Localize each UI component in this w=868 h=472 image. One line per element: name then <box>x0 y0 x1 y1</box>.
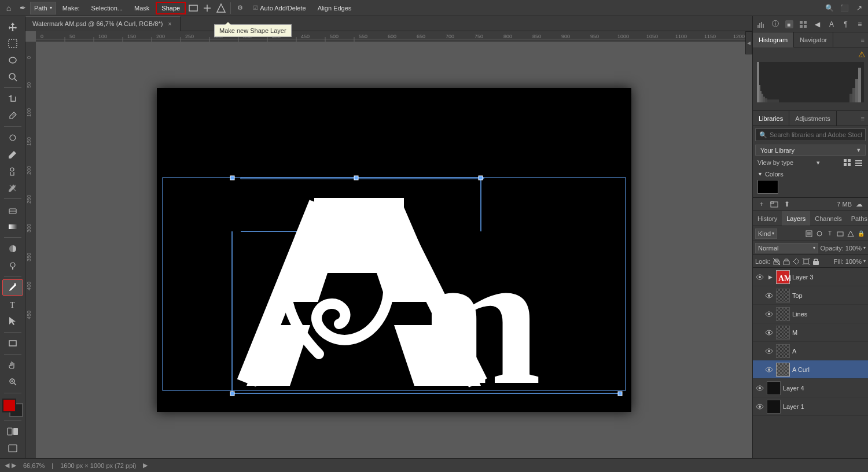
blur-tool[interactable] <box>2 241 23 256</box>
histogram-warning-icon[interactable]: ⚠ <box>858 50 866 59</box>
mask-button[interactable]: Mask <box>129 2 155 14</box>
grid-view-icon[interactable] <box>843 158 852 167</box>
quick-mask-icon[interactable] <box>2 423 23 439</box>
marquee-tool[interactable] <box>2 35 23 51</box>
zoom-level[interactable]: 66,67% <box>23 462 45 469</box>
filter-shape-icon[interactable] <box>836 229 845 238</box>
info-icon[interactable]: ⓘ <box>769 18 781 31</box>
tab-close-button[interactable]: × <box>166 20 173 27</box>
hand-tool[interactable] <box>2 357 23 373</box>
add-item-icon[interactable]: + <box>756 199 767 209</box>
history-brush-tool[interactable] <box>2 180 23 196</box>
selection-button[interactable]: Selection... <box>86 2 128 14</box>
lock-all-icon[interactable] <box>812 257 820 266</box>
layer-item-a[interactable]: A <box>753 342 868 360</box>
black-color-swatch[interactable] <box>757 180 778 194</box>
lock-transparent-icon[interactable] <box>773 257 781 266</box>
gradient-tool[interactable] <box>2 219 23 234</box>
shape-icon-1[interactable] <box>187 2 200 14</box>
colors-collapse-arrow[interactable]: ▼ <box>757 171 763 177</box>
shape-icon-2[interactable] <box>201 2 214 14</box>
filter-pixel-icon[interactable] <box>804 229 814 238</box>
filter-text-icon[interactable]: T <box>825 229 834 238</box>
shape-button[interactable]: Shape <box>156 2 186 14</box>
quick-select-tool[interactable] <box>2 69 23 84</box>
layer-item-acurl[interactable]: A Curl <box>753 360 868 379</box>
channels-tab[interactable]: Channels <box>810 211 846 226</box>
color-boxes[interactable] <box>2 399 23 417</box>
hist-panel-menu[interactable]: ≡ <box>858 36 868 43</box>
layer-visibility-lines[interactable] <box>764 309 774 319</box>
layer-visibility-top[interactable] <box>764 291 774 300</box>
import-icon[interactable]: ⬆ <box>782 199 792 209</box>
layer-visibility-layer4[interactable] <box>755 384 764 393</box>
share-icon[interactable]: ↗ <box>853 2 866 14</box>
histogram-tab[interactable]: Histogram <box>753 32 794 47</box>
layer-visibility-m[interactable] <box>764 328 774 337</box>
lock-artboard-icon[interactable] <box>802 257 810 266</box>
para-icon[interactable]: ¶ <box>840 18 851 31</box>
shape-icon-3[interactable] <box>215 2 227 14</box>
layer-item-layer1[interactable]: Layer 1 <box>753 397 868 416</box>
color-icon[interactable]: ■ <box>784 18 795 31</box>
lasso-tool[interactable] <box>2 52 23 68</box>
layers-tab[interactable]: Layers <box>782 211 810 226</box>
new-group-icon[interactable] <box>769 199 779 209</box>
filter-lock-icon[interactable]: 🔒 <box>856 229 866 238</box>
pen-tool[interactable] <box>2 279 23 295</box>
adjustments-tab[interactable]: Adjustments <box>789 111 837 126</box>
layer-item-top[interactable]: Top <box>753 286 868 305</box>
paths-tab[interactable]: Paths <box>847 211 868 226</box>
healing-tool[interactable] <box>2 130 23 145</box>
lock-image-icon[interactable] <box>782 257 790 266</box>
screen-mode-icon[interactable] <box>2 440 23 456</box>
layer-item-lines[interactable]: Lines <box>753 305 868 323</box>
your-library-dropdown[interactable]: Your Library ▾ <box>755 145 866 156</box>
zoom-tool[interactable] <box>2 374 23 390</box>
path-dropdown[interactable]: Path ▾ <box>30 2 56 14</box>
eyedropper-tool[interactable] <box>2 108 23 123</box>
blend-mode-dropdown[interactable]: Normal ▾ <box>755 243 818 253</box>
cloud-icon[interactable]: ☁ <box>854 199 865 209</box>
text-icon[interactable]: A <box>826 18 837 31</box>
list-view-icon[interactable] <box>854 158 863 167</box>
layers-list[interactable]: ▶ AM Layer 3 Top Lines <box>753 268 868 458</box>
status-info-arrow[interactable]: ▶ <box>143 462 148 469</box>
filter-type-dropdown[interactable]: Kind ▾ <box>755 228 777 239</box>
table-icon[interactable] <box>797 18 809 31</box>
status-arrows[interactable]: ◀▶ <box>5 462 16 469</box>
pen-tool-icon[interactable]: ✒ <box>16 2 29 14</box>
gear-icon[interactable]: ⚙ <box>234 2 247 14</box>
dodge-tool[interactable] <box>2 257 23 273</box>
filter-smart-icon[interactable] <box>846 229 855 238</box>
text-tool[interactable]: T <box>2 297 23 312</box>
layer-item-m[interactable]: M <box>753 323 868 342</box>
home-icon[interactable]: ⌂ <box>2 2 15 14</box>
artwork-canvas[interactable]: m <box>157 88 631 412</box>
search-top-icon[interactable]: 🔍 <box>823 2 836 14</box>
document-tab[interactable]: Watermark AM.psd @ 66,7% (A Curl, RGB/8*… <box>25 16 181 31</box>
panel-options[interactable]: ≡ <box>854 18 866 31</box>
layer-expand-layer3[interactable]: ▶ <box>767 274 774 281</box>
canvas-viewport[interactable]: m <box>36 42 752 458</box>
crop-tool[interactable] <box>2 91 23 106</box>
navigator-tab[interactable]: Navigator <box>794 32 833 47</box>
histogram-icon[interactable] <box>755 18 767 31</box>
arrange-icon[interactable]: ⬛ <box>838 2 851 14</box>
libraries-tab[interactable]: Libraries <box>753 111 789 126</box>
eraser-tool[interactable] <box>2 202 23 217</box>
view-by-type[interactable]: View by type ▾ <box>753 157 868 168</box>
canvas-area[interactable]: 0 50 100 150 200 250 300 350 400 450 500… <box>25 31 752 458</box>
filter-adjust-icon[interactable] <box>815 229 824 238</box>
history-tab[interactable]: History <box>753 211 782 226</box>
clone-tool[interactable] <box>2 163 23 179</box>
layer-visibility-layer3[interactable] <box>755 272 764 282</box>
layer-visibility-layer1[interactable] <box>755 402 764 411</box>
move-tool[interactable] <box>2 19 23 34</box>
auto-add-delete-toggle[interactable]: ☑ Auto Add/Delete <box>248 2 311 14</box>
foreground-color[interactable] <box>2 399 16 412</box>
path-select-tool[interactable] <box>2 314 23 329</box>
layer-visibility-acurl[interactable] <box>764 365 774 374</box>
lib-panel-menu[interactable]: ≡ <box>858 115 868 122</box>
layer-visibility-a[interactable] <box>764 346 774 356</box>
